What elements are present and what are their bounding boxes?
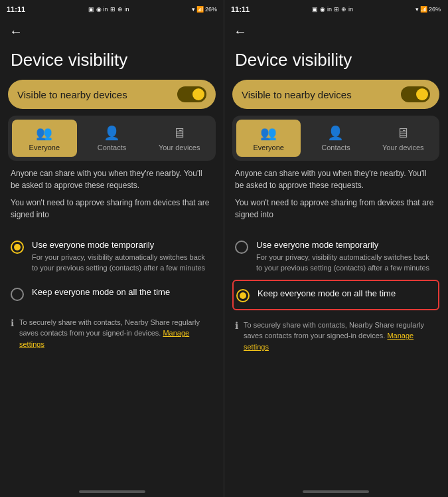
back-button-right[interactable]: ← <box>234 24 247 39</box>
status-right-left: ▾ 📶 26% <box>192 6 217 13</box>
option-title-always-right: Keep everyone mode on all the time <box>258 288 435 300</box>
radio-temporary-left[interactable] <box>11 241 24 254</box>
status-time-left: 11:11 <box>7 5 25 13</box>
info-icon-right: ℹ <box>235 320 238 331</box>
tab-everyone-label-right: Everyone <box>253 144 283 151</box>
everyone-icon-left: 👥 <box>36 125 52 141</box>
status-right-right: ▾ 📶 26% <box>415 6 441 13</box>
desc-section-right: Anyone can share with you when they're n… <box>224 167 447 233</box>
tab-everyone-label-left: Everyone <box>29 144 60 151</box>
toggle-row-right[interactable]: Visible to nearby devices <box>232 80 439 109</box>
desc1-left: Anyone can share with you when they're n… <box>11 167 213 191</box>
footer-section-right: ℹ To securely share with contacts, Nearb… <box>224 313 447 359</box>
option-subtitle-temporary-left: For your privacy, visibility automatical… <box>32 252 213 273</box>
info-icon-left: ℹ <box>11 318 14 328</box>
radio-always-right[interactable] <box>236 289 250 302</box>
hotspot-icon: ⊕ <box>117 6 123 13</box>
highlighted-option-wrapper: Keep everyone mode on all the time <box>232 280 439 310</box>
cast-icon: ⊞ <box>110 6 115 13</box>
yourdevices-icon-left: 🖥 <box>173 126 186 141</box>
options-section-right: Use everyone mode temporarily For your p… <box>224 233 447 310</box>
contacts-icon-right: 👤 <box>327 125 344 141</box>
tab-contacts-left[interactable]: 👤 Contacts <box>80 120 145 157</box>
option-text-temporary-right: Use everyone mode temporarily For your p… <box>256 239 437 273</box>
toggle-switch-left[interactable] <box>177 86 206 102</box>
wifi-icon: ▾ <box>192 6 195 13</box>
home-indicator-left <box>79 490 145 493</box>
toggle-row-left[interactable]: Visible to nearby devices <box>8 80 216 109</box>
linkedin2-icon: in <box>125 6 129 13</box>
tabs-left: 👥 Everyone 👤 Contacts 🖥 Your devices <box>8 116 216 161</box>
radio-inner-always-right <box>240 292 246 299</box>
page-title-right: Device visibility <box>224 45 447 80</box>
left-panel: 11:11 ▣ ◉ in ⊞ ⊕ in ▾ 📶 26% ← Device vis… <box>0 0 224 497</box>
toggle-label-left: Visible to nearby devices <box>17 89 127 100</box>
home-indicator-right <box>303 490 369 493</box>
option-text-temporary-left: Use everyone mode temporarily For your p… <box>32 239 213 273</box>
tab-everyone-left[interactable]: 👥 Everyone <box>12 120 77 157</box>
page-title-left: Device visibility <box>0 45 224 80</box>
options-section-left: Use everyone mode temporarily For your p… <box>0 233 224 308</box>
radio-inner-temporary-left <box>14 244 21 250</box>
wifi-icon-r: ▾ <box>415 6 419 13</box>
sim-icon-r: ▣ <box>312 6 318 13</box>
signal-icon: 📶 <box>196 6 204 13</box>
option-subtitle-temporary-right: For your privacy, visibility automatical… <box>256 252 437 273</box>
status-bar-left: 11:11 ▣ ◉ in ⊞ ⊕ in ▾ 📶 26% <box>0 0 224 19</box>
instagram-icon: ◉ <box>96 6 102 13</box>
tab-yourdevices-right[interactable]: 🖥 Your devices <box>371 120 435 157</box>
sim-icon: ▣ <box>88 6 94 13</box>
option-text-always-right: Keep everyone mode on all the time <box>258 288 435 300</box>
toggle-label-right: Visible to nearby devices <box>242 89 352 100</box>
signal-icon-r: 📶 <box>420 6 427 13</box>
option-always-right[interactable]: Keep everyone mode on all the time <box>234 284 438 306</box>
battery-left: 26% <box>205 6 217 13</box>
toggle-switch-right[interactable] <box>401 86 430 102</box>
footer-text-left: To securely share with contacts, Nearby … <box>19 317 213 350</box>
hotspot-icon-r: ⊕ <box>341 6 346 13</box>
desc1-right: Anyone can share with you when they're n… <box>235 167 437 191</box>
tab-yourdevices-label-left: Your devices <box>159 144 200 151</box>
tab-contacts-label-left: Contacts <box>98 144 126 151</box>
tab-everyone-right[interactable]: 👥 Everyone <box>236 120 301 157</box>
cast-icon-r: ⊞ <box>334 6 339 13</box>
status-bar-right: 11:11 ▣ ◉ in ⊞ ⊕ in ▾ 📶 26% <box>224 0 447 19</box>
tab-yourdevices-left[interactable]: 🖥 Your devices <box>147 120 212 157</box>
option-always-left[interactable]: Keep everyone mode on all the time <box>11 280 213 308</box>
option-title-temporary-left: Use everyone mode temporarily <box>32 239 213 251</box>
linkedin-icon-r: in <box>327 6 332 13</box>
linkedin-icon: in <box>104 6 108 13</box>
option-temporary-right[interactable]: Use everyone mode temporarily For your p… <box>235 233 437 280</box>
tab-contacts-label-right: Contacts <box>321 144 350 151</box>
status-icons-right: ▣ ◉ in ⊞ ⊕ in <box>312 6 353 13</box>
right-panel: 11:11 ▣ ◉ in ⊞ ⊕ in ▾ 📶 26% ← Device vis… <box>224 0 447 497</box>
status-icons-left: ▣ ◉ in ⊞ ⊕ in <box>88 6 129 13</box>
desc-section-left: Anyone can share with you when they're n… <box>0 167 224 233</box>
back-bar-left: ← <box>0 19 224 45</box>
status-time-right: 11:11 <box>231 5 250 13</box>
contacts-icon-left: 👤 <box>104 125 120 141</box>
radio-always-left[interactable] <box>11 288 24 301</box>
desc2-right: You won't need to approve sharing from d… <box>235 197 437 221</box>
option-temporary-left[interactable]: Use everyone mode temporarily For your p… <box>11 233 213 280</box>
linkedin2-icon-r: in <box>348 6 353 13</box>
yourdevices-icon-right: 🖥 <box>396 126 410 141</box>
everyone-icon-right: 👥 <box>260 125 277 141</box>
footer-text-right: To securely share with contacts, Nearby … <box>244 320 437 353</box>
tabs-right: 👥 Everyone 👤 Contacts 🖥 Your devices <box>232 116 439 161</box>
back-bar-right: ← <box>224 19 447 45</box>
tab-yourdevices-label-right: Your devices <box>382 144 424 151</box>
tab-contacts-right[interactable]: 👤 Contacts <box>303 120 368 157</box>
radio-temporary-right[interactable] <box>235 241 248 254</box>
option-text-always-left: Keep everyone mode on all the time <box>32 286 213 298</box>
option-title-temporary-right: Use everyone mode temporarily <box>256 239 437 251</box>
footer-section-left: ℹ To securely share with contacts, Nearb… <box>0 310 224 357</box>
battery-right: 26% <box>429 6 441 13</box>
back-button-left[interactable]: ← <box>9 24 23 39</box>
option-title-always-left: Keep everyone mode on all the time <box>32 286 213 298</box>
instagram-icon-r: ◉ <box>320 6 325 13</box>
desc2-left: You won't need to approve sharing from d… <box>11 197 213 221</box>
